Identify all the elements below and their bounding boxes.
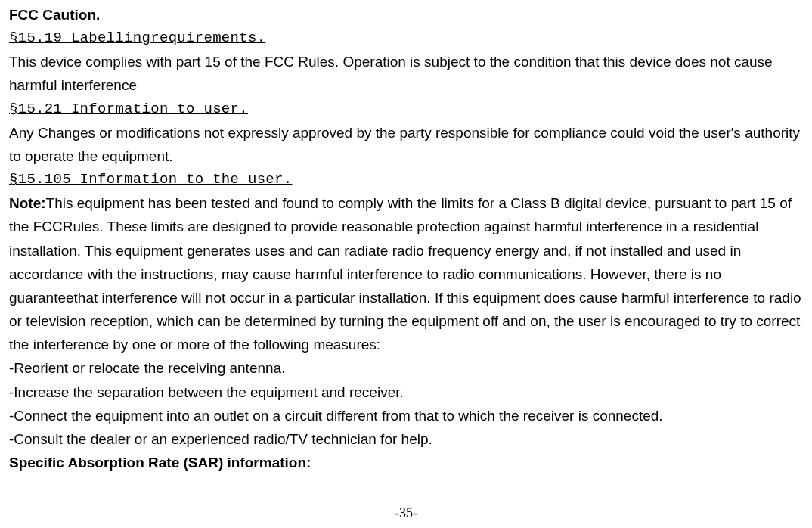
measure-item-4: -Consult the dealer or an experienced ra…: [9, 427, 803, 451]
section-ref-15-105: §15.105 Information to the user.: [9, 168, 803, 191]
document-body: FCC Caution. §15.19 Labellingrequirement…: [9, 3, 803, 474]
heading-sar-info: Specific Absorption Rate (SAR) informati…: [9, 451, 803, 474]
section-ref-15-21: §15.21 Information to user.: [9, 98, 803, 121]
section-ref-15-19: §15.19 Labellingrequirements.: [9, 26, 803, 50]
measure-item-3: -Connect the equipment into an outlet on…: [9, 404, 803, 427]
note-prefix: Note:: [9, 195, 46, 211]
measure-item-2: -Increase the separation between the equ…: [9, 380, 803, 404]
note-body: This equipment has been tested and found…: [9, 195, 801, 353]
measure-item-1: -Reorient or relocate the receiving ante…: [9, 356, 803, 380]
section-15-19-body: This device complies with part 15 of the…: [9, 50, 803, 97]
page-number: -35-: [0, 502, 812, 525]
note-paragraph: Note:This equipment has been tested and …: [9, 191, 803, 356]
section-15-21-body: Any Changes or modifications not express…: [9, 121, 803, 168]
heading-fcc-caution: FCC Caution.: [9, 3, 803, 26]
